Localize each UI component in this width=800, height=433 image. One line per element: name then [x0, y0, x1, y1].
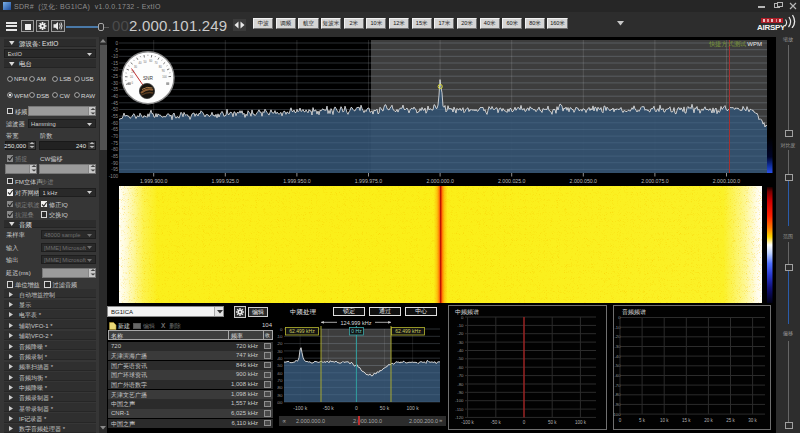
svg-text:-25: -25	[111, 74, 118, 79]
svg-text:-60: -60	[111, 121, 118, 126]
svg-text:50 k: 50 k	[380, 405, 390, 411]
svg-text:-85: -85	[111, 154, 118, 159]
svg-text:-70: -70	[457, 373, 464, 378]
svg-text:-80: -80	[277, 385, 283, 390]
svg-text:音频频谱: 音频频谱	[622, 308, 646, 316]
svg-text:30 k: 30 k	[748, 418, 757, 423]
svg-text:2.000.025.0: 2.000.025.0	[498, 178, 526, 184]
svg-text:70: 70	[154, 61, 157, 65]
svg-text:0: 0	[115, 41, 118, 46]
svg-text:-50: -50	[111, 107, 118, 112]
svg-text:-50: -50	[277, 363, 283, 368]
svg-text:0: 0	[280, 327, 283, 332]
svg-text:40: 40	[138, 61, 141, 65]
svg-text:-60: -60	[457, 365, 464, 370]
svg-text:100: 100	[162, 75, 167, 79]
svg-text:-45: -45	[111, 101, 118, 106]
svg-text:30: 30	[134, 65, 137, 69]
svg-text:5 k: 5 k	[639, 418, 646, 423]
svg-text:-70: -70	[111, 134, 118, 139]
svg-text:-30: -30	[457, 340, 464, 345]
svg-text:-10: -10	[277, 334, 283, 339]
svg-text:10 k: 10 k	[660, 418, 669, 423]
svg-text:-80: -80	[111, 147, 118, 152]
svg-text:-90: -90	[277, 393, 283, 398]
svg-text:-20: -20	[457, 331, 464, 336]
svg-text:-110: -110	[455, 407, 464, 412]
svg-text:62.499 kHz: 62.499 kHz	[395, 328, 421, 334]
svg-text:0 Hz: 0 Hz	[351, 328, 362, 334]
svg-text:WPM: WPM	[747, 41, 762, 47]
svg-text:15 k: 15 k	[682, 418, 691, 423]
svg-text:2.000.075.0: 2.000.075.0	[641, 178, 669, 184]
svg-text:100 k: 100 k	[406, 405, 419, 411]
svg-text:1.999.900.0: 1.999.900.0	[140, 178, 168, 184]
svg-text:50: 50	[144, 60, 147, 64]
svg-text:2.000.050.0: 2.000.050.0	[570, 178, 598, 184]
svg-text:-100: -100	[109, 174, 119, 179]
svg-text:10: 10	[130, 75, 133, 79]
svg-text:快捷方式测试: 快捷方式测试	[708, 40, 747, 48]
svg-text:-40: -40	[111, 94, 118, 99]
svg-text:25 k: 25 k	[726, 418, 735, 423]
svg-text:124.999 kHz: 124.999 kHz	[341, 320, 372, 326]
svg-text:62.499 kHz: 62.499 kHz	[289, 328, 315, 334]
svg-text:80: 80	[159, 65, 162, 69]
svg-text:-60: -60	[277, 371, 283, 376]
svg-text:-75: -75	[111, 141, 118, 146]
svg-text:-70: -70	[277, 378, 283, 383]
svg-text:-40: -40	[277, 356, 283, 361]
svg-text:1.999.925.0: 1.999.925.0	[212, 178, 240, 184]
svg-text:中频频谱: 中频频谱	[455, 309, 479, 316]
svg-text:50 k: 50 k	[548, 420, 557, 425]
svg-text:-90: -90	[457, 390, 464, 395]
svg-text:0: 0	[355, 405, 358, 411]
svg-text:-15: -15	[111, 61, 118, 66]
svg-text:-90: -90	[111, 161, 118, 166]
svg-text:-50: -50	[457, 356, 464, 361]
svg-text:-40: -40	[457, 348, 464, 353]
svg-text:2.000.000.0: 2.000.000.0	[426, 178, 454, 184]
svg-text:-30: -30	[111, 81, 118, 86]
svg-text:-20: -20	[111, 67, 118, 72]
svg-text:90: 90	[162, 69, 165, 73]
svg-text:60: 60	[149, 59, 152, 63]
svg-text:100 k: 100 k	[575, 420, 587, 425]
svg-text:-100: -100	[277, 400, 283, 405]
svg-text:-65: -65	[111, 127, 118, 132]
svg-text:SNR: SNR	[143, 76, 154, 81]
svg-text:-30: -30	[277, 349, 283, 354]
svg-text:-55: -55	[111, 114, 118, 119]
svg-text:-10: -10	[111, 54, 118, 59]
svg-text:1.999.975.0: 1.999.975.0	[355, 178, 383, 184]
svg-text:1.999.950.0: 1.999.950.0	[283, 178, 311, 184]
svg-text:-50 k: -50 k	[323, 405, 335, 411]
svg-text:20 k: 20 k	[704, 418, 713, 423]
svg-text:-50 k: -50 k	[491, 420, 502, 425]
svg-text:-35: -35	[111, 87, 118, 92]
svg-text:-80: -80	[457, 382, 464, 387]
svg-text:-100 k: -100 k	[293, 405, 307, 411]
svg-text:-5: -5	[114, 48, 119, 53]
svg-text:-100: -100	[455, 398, 464, 403]
svg-text:-95: -95	[111, 167, 118, 172]
svg-text:-10: -10	[457, 323, 464, 328]
svg-text:2.000.100.0: 2.000.100.0	[713, 178, 741, 184]
svg-text:-20: -20	[277, 341, 283, 346]
svg-text:-100 k: -100 k	[461, 420, 474, 425]
